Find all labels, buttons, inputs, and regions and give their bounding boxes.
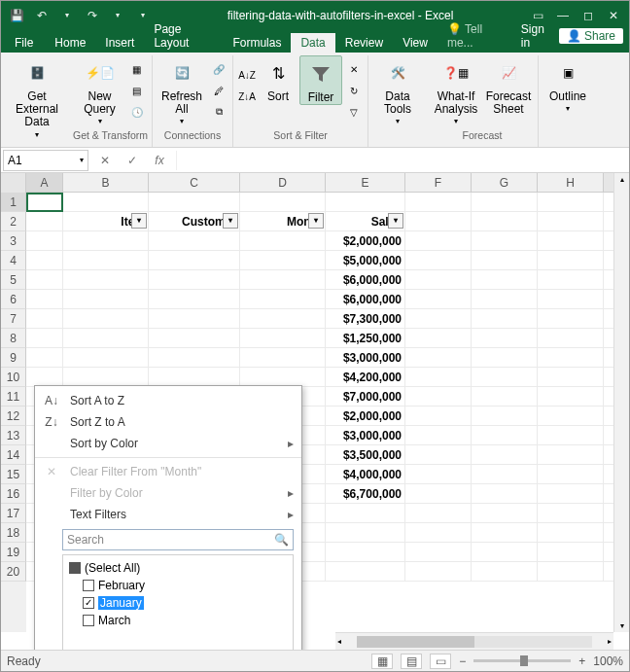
row-header-13[interactable]: 13	[1, 426, 26, 445]
cell[interactable]: $1,250,000	[326, 329, 405, 347]
col-header-B[interactable]: B	[63, 173, 149, 192]
qat-custom-icon[interactable]: ▾	[131, 4, 155, 27]
row-header-12[interactable]: 12	[1, 407, 26, 426]
cell[interactable]	[240, 309, 326, 328]
slider-thumb[interactable]	[520, 655, 528, 666]
cell[interactable]	[405, 348, 472, 367]
cell[interactable]	[405, 426, 472, 444]
cell[interactable]	[538, 387, 604, 406]
properties-icon[interactable]: 🖉	[209, 81, 228, 100]
from-table-icon[interactable]: ▤	[127, 81, 147, 100]
cell[interactable]	[472, 387, 538, 406]
formula-input[interactable]	[176, 151, 625, 170]
cell[interactable]: $2,000,000	[326, 407, 405, 425]
cell[interactable]	[63, 329, 149, 347]
cell[interactable]	[149, 251, 240, 269]
cell[interactable]	[26, 251, 63, 269]
tab-home[interactable]: Home	[45, 33, 95, 53]
cell[interactable]: $3,000,000	[326, 426, 405, 444]
cell[interactable]	[405, 523, 472, 542]
checkbox[interactable]	[83, 615, 94, 626]
cell[interactable]: Month▾	[240, 212, 326, 230]
show-queries-icon[interactable]: ▦	[127, 59, 147, 79]
cell[interactable]	[538, 426, 604, 444]
cell[interactable]	[472, 231, 538, 250]
tab-page-layout[interactable]: Page Layout	[144, 19, 223, 53]
cell[interactable]	[63, 309, 149, 328]
cell[interactable]	[472, 484, 538, 503]
cell[interactable]: $7,000,000	[326, 387, 405, 406]
cell[interactable]	[26, 212, 63, 230]
row-header-16[interactable]: 16	[1, 484, 26, 504]
cell[interactable]	[149, 329, 240, 347]
cell[interactable]	[472, 193, 538, 211]
cell[interactable]	[26, 309, 63, 328]
filter-button[interactable]: Filter	[299, 55, 342, 105]
cell[interactable]	[538, 484, 604, 503]
menu-sort-color[interactable]: Sort by Color▸	[35, 433, 301, 454]
cell[interactable]	[26, 231, 63, 250]
cell[interactable]	[63, 251, 149, 269]
cell[interactable]	[472, 465, 538, 483]
cell[interactable]	[326, 562, 405, 581]
cell[interactable]: $3,000,000	[326, 348, 405, 367]
row-header-17[interactable]: 17	[1, 504, 26, 523]
name-box[interactable]: A1▾	[3, 150, 88, 171]
cell[interactable]	[538, 504, 604, 522]
cell[interactable]: $7,300,000	[326, 309, 405, 328]
cell[interactable]	[405, 484, 472, 503]
cell[interactable]	[149, 368, 240, 386]
row-header-7[interactable]: 7	[1, 309, 26, 329]
checkbox-checked[interactable]	[83, 597, 94, 609]
cell[interactable]	[240, 348, 326, 367]
cell[interactable]	[472, 368, 538, 386]
cell[interactable]	[405, 231, 472, 250]
filter-values-tree[interactable]: (Select All) February January March	[62, 554, 294, 652]
scrollbar-thumb[interactable]	[357, 636, 474, 648]
cell[interactable]	[326, 543, 405, 561]
col-header-F[interactable]: F	[405, 173, 472, 192]
cell[interactable]	[538, 251, 604, 269]
checkbox-mixed[interactable]	[69, 562, 81, 574]
undo-dropdown-icon[interactable]: ▾	[55, 4, 79, 27]
cell[interactable]	[26, 348, 63, 367]
col-header-G[interactable]: G	[472, 173, 538, 192]
row-header-18[interactable]: 18	[1, 523, 26, 543]
refresh-all-button[interactable]: 🔄Refresh All▾	[157, 55, 207, 126]
cell[interactable]	[326, 504, 405, 522]
reapply-icon[interactable]: ↻	[344, 81, 364, 100]
view-page-layout-icon[interactable]: ▤	[401, 654, 422, 669]
row-header-1[interactable]: 1	[1, 193, 26, 212]
cell[interactable]	[472, 348, 538, 367]
cell[interactable]: $5,000,000	[326, 251, 405, 269]
cell[interactable]	[405, 270, 472, 289]
row-header-14[interactable]: 14	[1, 445, 26, 465]
outline-button[interactable]: ▣Outline▾	[542, 55, 593, 114]
tell-me[interactable]: 💡 Tell me...	[438, 19, 515, 53]
col-header-H[interactable]: H	[538, 173, 604, 192]
row-header-9[interactable]: 9	[1, 348, 26, 368]
cell[interactable]	[63, 193, 149, 211]
cell[interactable]	[405, 309, 472, 328]
filter-item-select-all[interactable]: (Select All)	[69, 559, 287, 577]
cell[interactable]	[405, 543, 472, 561]
cell[interactable]	[472, 270, 538, 289]
cancel-formula-icon[interactable]: ✕	[94, 151, 116, 170]
row-header-6[interactable]: 6	[1, 290, 26, 309]
zoom-slider[interactable]	[473, 659, 571, 662]
col-header-A[interactable]: A	[26, 173, 63, 192]
filter-item-january[interactable]: January	[69, 594, 287, 612]
row-header-2[interactable]: 2	[1, 212, 26, 231]
cell[interactable]: $6,000,000	[326, 290, 405, 308]
cell[interactable]	[538, 212, 604, 230]
col-header-D[interactable]: D	[240, 173, 326, 192]
cell[interactable]	[63, 231, 149, 250]
cell[interactable]	[63, 270, 149, 289]
cell[interactable]	[26, 329, 63, 347]
cell[interactable]	[405, 251, 472, 269]
cell[interactable]: $4,200,000	[326, 368, 405, 386]
cell[interactable]	[26, 368, 63, 386]
cell[interactable]	[538, 309, 604, 328]
zoom-in-icon[interactable]: +	[578, 654, 585, 668]
accept-formula-icon[interactable]: ✓	[122, 151, 143, 170]
